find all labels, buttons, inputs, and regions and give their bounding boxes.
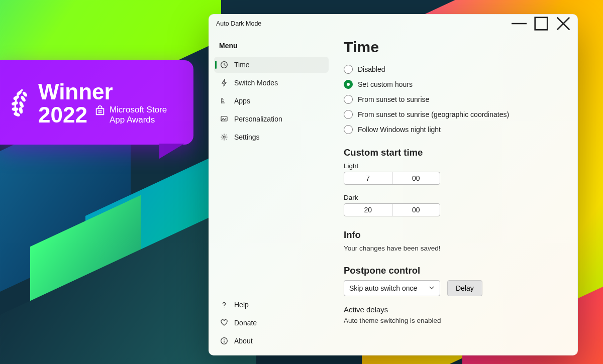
badge-award-line1: Microsoft Store	[110, 105, 167, 115]
radio-label: Set custom hours	[358, 80, 413, 88]
nav-item-personalization[interactable]: Personalization	[214, 111, 329, 127]
dark-hour[interactable]: 20	[344, 204, 392, 216]
active-delays-text: Auto theme switching is enabled	[344, 317, 562, 324]
badge-winner-text: Winner	[38, 81, 167, 103]
svg-rect-11	[98, 112, 100, 113]
radio-sunset-sunrise[interactable]: From sunset to sunrise	[344, 95, 562, 104]
nav-label: Settings	[234, 133, 260, 141]
laurel-icon	[11, 72, 34, 135]
nav-item-time[interactable]: Time	[214, 57, 329, 73]
light-time-input[interactable]: 7 00	[344, 172, 440, 185]
apps-list-icon	[220, 97, 228, 105]
svg-rect-13	[535, 18, 548, 30]
postpone-select[interactable]: Skip auto switch once	[344, 280, 440, 296]
radio-dot-icon	[344, 95, 353, 104]
light-minute[interactable]: 00	[392, 172, 440, 184]
delay-button[interactable]: Delay	[447, 280, 482, 296]
close-button[interactable]	[552, 16, 574, 31]
radio-follow-night-light[interactable]: Follow Windows night light	[344, 125, 562, 134]
svg-rect-10	[100, 110, 102, 112]
page-title: Time	[344, 39, 562, 56]
nav-label: Time	[234, 61, 250, 69]
window-title: Auto Dark Mode	[216, 20, 508, 27]
minimize-button[interactable]	[508, 16, 530, 31]
paint-icon	[220, 115, 228, 123]
radio-dot-icon	[344, 80, 353, 89]
radio-sunset-sunrise-geo[interactable]: From sunset to sunrise (geographic coord…	[344, 110, 562, 119]
dark-label: Dark	[344, 194, 562, 201]
radio-label: Follow Windows night light	[358, 126, 441, 134]
svg-point-4	[14, 112, 20, 116]
heart-icon	[220, 319, 228, 327]
nav-label: About	[234, 337, 253, 345]
menu-heading: Menu	[214, 39, 329, 57]
svg-point-7	[19, 101, 24, 108]
badge-year-text: 2022	[38, 104, 87, 126]
radio-dot-icon	[344, 110, 353, 119]
nav-item-apps[interactable]: Apps	[214, 93, 329, 109]
sidebar: Menu Time Switch Modes	[209, 33, 334, 355]
gear-icon	[220, 133, 228, 141]
svg-point-17	[224, 307, 224, 307]
svg-point-2	[12, 101, 18, 106]
nav-label: Apps	[234, 97, 250, 105]
svg-point-6	[21, 96, 26, 102]
info-heading: Info	[344, 229, 562, 240]
svg-rect-12	[100, 112, 102, 113]
radio-set-custom-hours[interactable]: Set custom hours	[344, 80, 562, 89]
light-label: Light	[344, 162, 562, 170]
radio-label: Disabled	[358, 65, 385, 73]
app-window: Auto Dark Mode Menu Time	[209, 14, 578, 355]
store-bag-icon	[94, 105, 106, 116]
svg-point-3	[12, 108, 18, 111]
svg-point-0	[17, 90, 22, 96]
svg-rect-9	[98, 110, 100, 112]
titlebar[interactable]: Auto Dark Mode	[209, 15, 577, 33]
radio-disabled[interactable]: Disabled	[344, 65, 562, 74]
svg-point-19	[224, 339, 224, 339]
nav-label: Donate	[234, 319, 257, 327]
radio-label: From sunset to sunrise	[358, 95, 429, 103]
info-text: Your changes have been saved!	[344, 245, 562, 252]
svg-point-5	[22, 91, 28, 97]
dark-time-input[interactable]: 20 00	[344, 203, 440, 216]
help-icon	[220, 301, 228, 309]
light-hour[interactable]: 7	[344, 172, 392, 184]
clock-icon	[220, 61, 228, 69]
radio-dot-icon	[344, 65, 353, 74]
nav-label: Personalization	[234, 115, 282, 123]
nav-item-settings[interactable]: Settings	[214, 129, 329, 145]
radio-dot-icon	[344, 125, 353, 134]
nav-item-help[interactable]: Help	[214, 297, 329, 313]
radio-label: From sunset to sunrise (geographic coord…	[358, 110, 509, 118]
postpone-heading: Postpone control	[344, 265, 562, 276]
winner-badge: Winner 2022 Microsoft Store App Awa	[0, 60, 193, 145]
info-icon	[220, 337, 228, 345]
chevron-down-icon	[429, 284, 435, 292]
nav-item-switch-modes[interactable]: Switch Modes	[214, 75, 329, 91]
nav-label: Switch Modes	[234, 79, 278, 87]
nav-label: Help	[234, 301, 249, 309]
main-content: Time Disabled Set custom hours From suns…	[334, 33, 577, 355]
svg-point-8	[19, 107, 23, 113]
active-delays-heading: Active delays	[344, 305, 562, 314]
dark-minute[interactable]: 00	[392, 204, 440, 216]
svg-point-1	[13, 95, 20, 100]
maximize-button[interactable]	[530, 16, 552, 31]
nav-item-about[interactable]: About	[214, 333, 329, 349]
time-mode-radios: Disabled Set custom hours From sunset to…	[344, 65, 562, 134]
lightning-icon	[220, 79, 228, 87]
postpone-select-value: Skip auto switch once	[349, 284, 417, 292]
svg-point-16	[223, 136, 225, 138]
badge-award-line2: App Awards	[110, 115, 167, 125]
custom-start-heading: Custom start time	[344, 147, 562, 158]
nav-item-donate[interactable]: Donate	[214, 315, 329, 331]
